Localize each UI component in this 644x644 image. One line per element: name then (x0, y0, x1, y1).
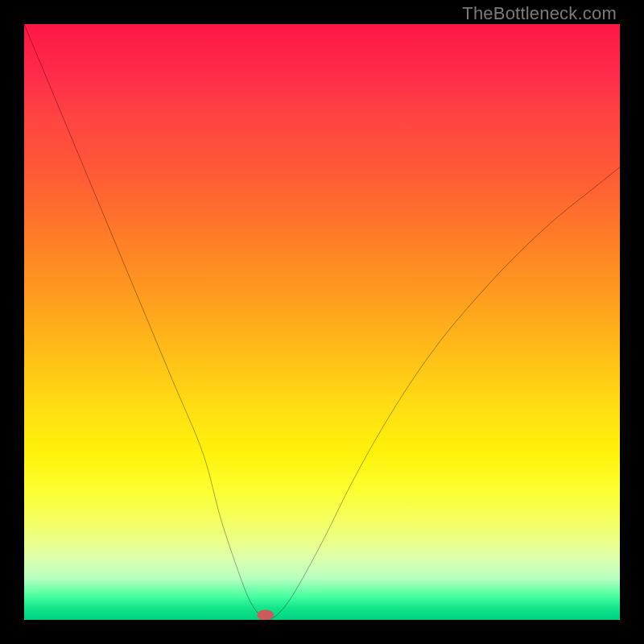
optimal-point-marker (257, 609, 274, 620)
plot-area (24, 24, 620, 620)
bottleneck-curve (24, 24, 620, 619)
curve-svg (24, 24, 620, 620)
chart-frame: TheBottleneck.com (0, 0, 644, 644)
watermark-text: TheBottleneck.com (462, 3, 617, 24)
